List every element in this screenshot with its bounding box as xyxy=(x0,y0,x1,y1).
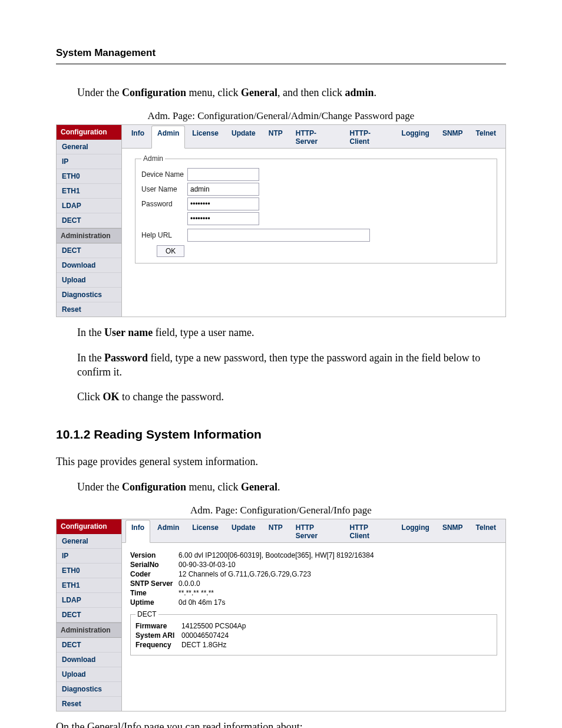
coder-label: Coder xyxy=(130,570,178,578)
figure-caption-1: Adm. Page: Configuration/General/Admin/C… xyxy=(56,110,506,122)
firmware-label: Firmware xyxy=(135,622,181,630)
sidebar-item[interactable]: IP xyxy=(57,154,121,169)
tab-http-server[interactable]: HTTP Server xyxy=(290,520,343,543)
tab-admin[interactable]: Admin xyxy=(151,520,185,543)
coder-value: 12 Channels of G.711,G.726,G.729,G.723 xyxy=(178,570,311,578)
sidebar-item[interactable]: DECT xyxy=(57,243,121,258)
tab-update[interactable]: Update xyxy=(226,520,262,543)
sidebar: Configuration General IP ETH0 ETH1 LDAP … xyxy=(57,519,122,711)
section-heading: 10.1.2 Reading System Information xyxy=(56,427,506,442)
sidebar-item[interactable]: ETH0 xyxy=(57,169,121,184)
tab-http-client[interactable]: HTTP Client xyxy=(344,520,395,543)
device-name-label: Device Name xyxy=(141,170,187,179)
tab-http-server[interactable]: HTTP-Server xyxy=(290,126,343,149)
tab-snmp[interactable]: SNMP xyxy=(437,126,469,149)
screenshot-admin-page: Configuration General IP ETH0 ETH1 LDAP … xyxy=(56,124,506,317)
paragraph-password: In the Password field, type a new passwo… xyxy=(77,351,506,380)
frequency-label: Frequency xyxy=(135,641,181,649)
sidebar-item[interactable]: DECT xyxy=(57,608,121,622)
system-ari-value: 000046507424 xyxy=(181,631,229,640)
sidebar-item[interactable]: Reset xyxy=(57,302,121,317)
sidebar-head-configuration: Configuration xyxy=(57,125,121,140)
tab-snmp[interactable]: SNMP xyxy=(437,520,469,543)
page-header: System Management xyxy=(56,47,506,64)
system-ari-label: System ARI xyxy=(135,631,181,640)
uptime-value: 0d 0h 46m 17s xyxy=(178,598,225,607)
password-label: Password xyxy=(141,200,187,208)
sidebar-item[interactable]: DECT xyxy=(57,638,121,653)
paragraph-user-name: In the User name field, type a user name… xyxy=(77,325,506,340)
password-input[interactable] xyxy=(187,197,259,210)
sidebar-item[interactable]: Upload xyxy=(57,273,121,288)
tab-license[interactable]: License xyxy=(186,126,224,149)
sidebar-head-administration: Administration xyxy=(57,622,121,638)
tab-ntp[interactable]: NTP xyxy=(263,126,289,149)
sidebar-item[interactable]: Diagnostics xyxy=(57,288,121,302)
dect-fieldset: DECT Firmware14125500 PCS04Ap System ARI… xyxy=(130,610,497,655)
figure-caption-2: Adm. Page: Configuration/General/Info pa… xyxy=(56,505,506,516)
paragraph-sysinfo: This page provides general system inform… xyxy=(56,454,506,469)
sidebar-item[interactable]: IP xyxy=(57,549,121,564)
sntp-label: SNTP Server xyxy=(130,579,178,588)
sidebar-item[interactable]: LDAP xyxy=(57,199,121,213)
paragraph-info-about: On the General/Info page you can read in… xyxy=(56,720,506,728)
tab-info[interactable]: Info xyxy=(125,126,150,149)
dect-legend: DECT xyxy=(135,610,158,618)
paragraph-click-ok: Click OK to change the password. xyxy=(77,390,506,404)
tab-info[interactable]: Info xyxy=(125,520,150,543)
sidebar-item[interactable]: ETH1 xyxy=(57,578,121,593)
password-confirm-input[interactable] xyxy=(187,212,259,225)
admin-fieldset: Admin Device Name User Name Password xyxy=(135,154,497,263)
help-url-input[interactable] xyxy=(187,229,370,242)
tab-logging[interactable]: Logging xyxy=(396,520,435,543)
sidebar-item[interactable]: Diagnostics xyxy=(57,682,121,697)
screenshot-info-page: Configuration General IP ETH0 ETH1 LDAP … xyxy=(56,519,506,711)
tab-ntp[interactable]: NTP xyxy=(263,520,289,543)
tab-admin[interactable]: Admin xyxy=(151,126,185,149)
tab-telnet[interactable]: Telnet xyxy=(470,126,502,149)
user-name-label: User Name xyxy=(141,185,187,193)
uptime-label: Uptime xyxy=(130,598,178,607)
device-name-input[interactable] xyxy=(187,168,259,181)
sidebar-item[interactable]: Download xyxy=(57,653,121,667)
tab-bar: Info Admin License Update NTP HTTP Serve… xyxy=(122,519,505,543)
tab-logging[interactable]: Logging xyxy=(396,126,435,149)
tab-update[interactable]: Update xyxy=(226,126,262,149)
paragraph-config-general-admin: Under the Configuration menu, click Gene… xyxy=(77,85,506,100)
admin-legend: Admin xyxy=(141,154,165,163)
sidebar-item[interactable]: LDAP xyxy=(57,593,121,608)
ok-button[interactable]: OK xyxy=(157,245,184,257)
version-label: Version xyxy=(130,551,178,559)
help-url-label: Help URL xyxy=(141,231,187,239)
time-label: Time xyxy=(130,589,178,597)
tab-telnet[interactable]: Telnet xyxy=(470,520,502,543)
user-name-input[interactable] xyxy=(187,183,259,196)
sidebar-item[interactable]: DECT xyxy=(57,213,121,228)
paragraph-config-general: Under the Configuration menu, click Gene… xyxy=(77,480,506,494)
tab-license[interactable]: License xyxy=(186,520,224,543)
sidebar: Configuration General IP ETH0 ETH1 LDAP … xyxy=(57,125,122,317)
sidebar-item[interactable]: Upload xyxy=(57,667,121,682)
time-value: **.**.** **.** xyxy=(178,589,214,597)
version-value: 6.00 dvl IP1200[06-60319], Bootcode[365]… xyxy=(178,551,374,559)
serialno-value: 00-90-33-0f-03-10 xyxy=(178,561,236,569)
sidebar-head-configuration: Configuration xyxy=(57,519,121,534)
serialno-label: SerialNo xyxy=(130,561,178,569)
sidebar-item[interactable]: General xyxy=(57,140,121,154)
sidebar-item[interactable]: Download xyxy=(57,258,121,273)
tab-http-client[interactable]: HTTP-Client xyxy=(344,126,395,149)
sidebar-head-administration: Administration xyxy=(57,228,121,243)
frequency-value: DECT 1.8GHz xyxy=(181,641,226,649)
sntp-value: 0.0.0.0 xyxy=(178,579,200,588)
sidebar-item[interactable]: ETH1 xyxy=(57,184,121,199)
sidebar-item[interactable]: Reset xyxy=(57,697,121,711)
tab-bar: Info Admin License Update NTP HTTP-Serve… xyxy=(122,125,505,149)
firmware-value: 14125500 PCS04Ap xyxy=(181,622,246,630)
sidebar-item[interactable]: ETH0 xyxy=(57,564,121,578)
sidebar-item[interactable]: General xyxy=(57,534,121,549)
